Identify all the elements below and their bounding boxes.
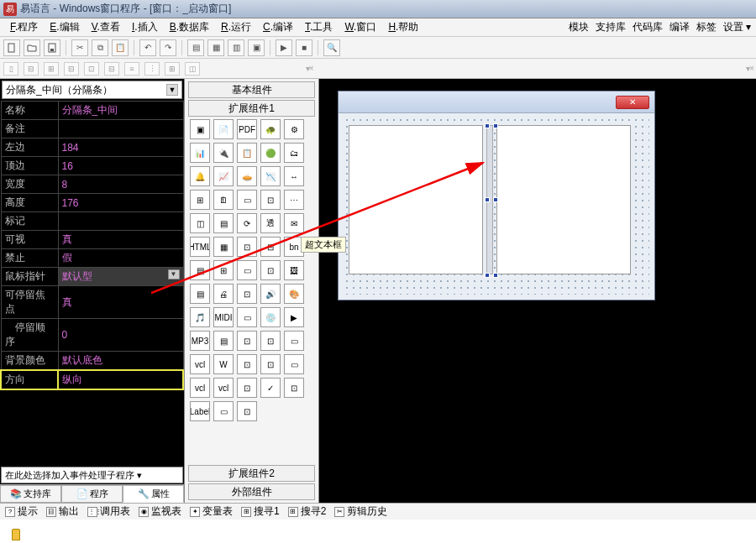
tb-save[interactable] [44, 39, 60, 56]
palette-item[interactable]: ⊡ [260, 190, 281, 210]
btab-watch[interactable]: ◉监视表 [139, 504, 181, 519]
mr-lib[interactable]: 支持库 [596, 20, 626, 34]
prop-value[interactable]: 默认型▼ [58, 268, 183, 286]
menu-tools[interactable]: T.工具 [300, 18, 338, 36]
palette-item[interactable]: 📋 [237, 143, 257, 163]
form-titlebar[interactable]: ✕ [339, 91, 654, 113]
panel-left[interactable] [349, 125, 483, 274]
palette-item[interactable]: 🥧 [237, 166, 257, 186]
form-client[interactable] [344, 117, 649, 295]
palette-item[interactable]: vcl [190, 354, 210, 374]
palette-item[interactable]: ✉ [284, 213, 304, 233]
palette-item[interactable]: ▶ [284, 307, 304, 327]
mr-codelib[interactable]: 代码库 [633, 20, 663, 34]
menu-compile[interactable]: C.编译 [258, 18, 298, 36]
menu-program[interactable]: F.程序 [5, 18, 43, 36]
event-selector[interactable]: 在此处选择加入事件处理子程序 ▾ [1, 467, 183, 483]
tb-paste[interactable]: 📋 [112, 39, 129, 56]
al-8[interactable]: ⋮ [144, 62, 160, 76]
prop-value[interactable]: 176 [58, 194, 183, 212]
al-10[interactable]: ◫ [185, 62, 200, 76]
palette-item[interactable]: ⊡ [284, 378, 304, 398]
palette-item[interactable]: W [213, 354, 234, 374]
palette-item[interactable]: ⊟ [260, 237, 281, 257]
menu-view[interactable]: V.查看 [87, 18, 125, 36]
menu-insert[interactable]: I.插入 [127, 18, 163, 36]
handle[interactable] [485, 123, 490, 128]
palette-item[interactable]: HTML [190, 237, 210, 257]
palette-item[interactable]: 🗓 [213, 190, 234, 210]
palette-item[interactable]: ▤ [190, 284, 210, 304]
palette-item[interactable]: ▭ [284, 354, 304, 374]
prop-value[interactable]: 分隔条_中间 [58, 102, 183, 120]
palette-item[interactable]: ⊡ [260, 260, 281, 280]
palette-item[interactable]: ▤ [190, 260, 210, 280]
form-designer[interactable]: ✕ 超文本框 [319, 79, 756, 503]
tb-run[interactable]: ▶ [276, 39, 292, 56]
prop-value[interactable]: 8 [58, 175, 183, 194]
tb-layout1[interactable]: ▤ [187, 39, 204, 56]
tb-layout2[interactable]: ▦ [207, 39, 224, 56]
prop-value[interactable]: 184 [58, 138, 183, 157]
palette-item[interactable]: ▭ [237, 190, 257, 210]
handle[interactable] [493, 273, 498, 278]
prop-value[interactable]: 假 [58, 249, 183, 268]
palette-item[interactable]: 🔊 [260, 284, 281, 304]
palette-item[interactable]: ⊡ [260, 354, 281, 374]
palette-item[interactable]: ▣ [190, 119, 210, 139]
design-form[interactable]: ✕ [338, 91, 655, 300]
palette-item[interactable]: 📈 [213, 166, 234, 186]
prop-value[interactable]: 0 [58, 319, 183, 352]
handle[interactable] [493, 197, 498, 202]
cat-external[interactable]: 外部组件 [188, 483, 315, 500]
palette-item[interactable]: 🟢 [260, 143, 281, 163]
property-grid[interactable]: 名称分隔条_中间备注左边184顶边16宽度8高度176标记可视真禁止假鼠标指针默… [0, 101, 184, 390]
prop-value[interactable]: 真 [58, 286, 183, 319]
tb-undo[interactable]: ↶ [139, 39, 156, 56]
btab-hint[interactable]: ?提示 [5, 504, 38, 519]
object-selector[interactable]: 分隔条_中间（分隔条） ▼ [2, 81, 182, 99]
palette-item[interactable]: 🖨 [213, 284, 234, 304]
al-1[interactable]: ▯ [3, 62, 18, 76]
tab-supportlib[interactable]: 📚 支持库 [0, 485, 61, 503]
palette-item[interactable]: ⊡ [237, 237, 257, 257]
tb-stop[interactable]: ■ [296, 39, 312, 56]
btab-output[interactable]: 目输出 [46, 504, 79, 519]
mr-settings[interactable]: 设置 ▾ [723, 20, 751, 34]
palette-item[interactable]: vcl [213, 378, 234, 398]
handle[interactable] [493, 123, 498, 128]
dropdown-icon[interactable]: ▼ [168, 269, 180, 279]
palette-item[interactable]: ⊡ [260, 331, 281, 351]
cat-basic[interactable]: 基本组件 [188, 81, 315, 98]
palette-item[interactable]: 🔔 [190, 166, 210, 186]
palette-item[interactable]: MP3 [190, 331, 210, 351]
palette-item[interactable]: ⊡ [237, 378, 257, 398]
palette-item[interactable]: 🎨 [284, 284, 304, 304]
palette-item[interactable]: vcl [190, 378, 210, 398]
btab-search1[interactable]: ⊞搜寻1 [241, 504, 280, 519]
palette-item[interactable]: ⋯ [284, 190, 304, 210]
palette-item[interactable]: ⟳ [237, 213, 257, 233]
prop-value[interactable]: 默认底色 [58, 352, 183, 371]
mr-tag[interactable]: 标签 [696, 20, 717, 34]
menu-window[interactable]: W.窗口 [339, 18, 381, 36]
palette-item[interactable]: ▭ [237, 307, 257, 327]
btab-calltable[interactable]: ⋮⋮调用表 [87, 504, 130, 519]
al-9[interactable]: ⊞ [165, 62, 180, 76]
palette-item[interactable]: ▤ [213, 331, 234, 351]
palette-item[interactable]: ▭ [237, 260, 257, 280]
handle[interactable] [485, 197, 490, 202]
palette-item[interactable]: 🖼 [284, 260, 304, 280]
al-6[interactable]: ⊟ [104, 62, 119, 76]
btab-vars[interactable]: ✦变量表 [190, 504, 233, 519]
prop-value[interactable] [58, 120, 183, 138]
palette-item[interactable]: 📄 [213, 119, 234, 139]
palette-item[interactable]: ▦ [213, 237, 234, 257]
tb-new[interactable] [3, 39, 20, 56]
panel-grip[interactable]: ▾ × [306, 64, 312, 73]
al-4[interactable]: ⊟ [64, 62, 79, 76]
prop-value[interactable]: 真 [58, 231, 183, 249]
handle[interactable] [485, 273, 490, 278]
tb-redo[interactable]: ↷ [160, 39, 176, 56]
tb-find[interactable]: 🔍 [323, 39, 340, 56]
